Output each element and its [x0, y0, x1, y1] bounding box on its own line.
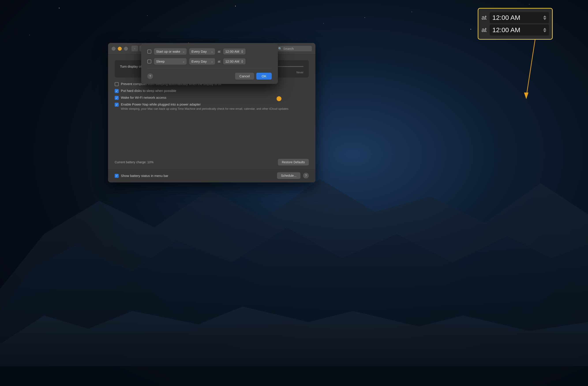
search-icon: 🔍 [278, 47, 282, 50]
dialog-row-1: Start up or wake Sleep Restart Shut Down… [147, 48, 272, 55]
callout-row-2: at 12:00 AM [482, 24, 549, 36]
startup-time-spinner[interactable] [241, 50, 243, 53]
put-hard-disk-checkbox[interactable]: ✓ [115, 89, 119, 93]
check-icon: ✓ [116, 90, 118, 93]
show-battery-row: ✓ Show battery status in menu bar [115, 174, 168, 178]
sleep-action-dropdown-wrap: Sleep Start up or wake Restart Shut Down [154, 58, 187, 65]
traffic-lights [112, 47, 128, 51]
power-nap-subtext: While sleeping, your Mac can back up usi… [121, 107, 288, 111]
sleep-time-down[interactable] [241, 62, 243, 63]
check-icon-3: ✓ [116, 103, 118, 106]
sleep-time-field[interactable]: 12:00 AM [223, 58, 246, 64]
show-battery-checkbox[interactable]: ✓ [115, 174, 119, 178]
callout-box: at 12:00 AM at 12:00 AM [478, 8, 553, 40]
search-input[interactable] [283, 47, 310, 50]
window-footer: ✓ Show battery status in menu bar Schedu… [108, 169, 315, 182]
search-box[interactable]: 🔍 [276, 46, 312, 51]
annotation-dot [276, 96, 281, 101]
battery-charge-text: Current battery charge: 10% [115, 160, 153, 164]
back-button[interactable]: ‹ [131, 46, 138, 51]
callout-at-1: at [482, 14, 486, 21]
power-nap-label: Enable Power Nap while plugged into a po… [121, 102, 288, 106]
check-icon-2: ✓ [116, 96, 118, 99]
sleep-action-dropdown[interactable]: Sleep Start up or wake Restart Shut Down [154, 58, 187, 65]
dialog-buttons: ? Cancel OK [147, 73, 272, 79]
dialog-help-button[interactable]: ? [147, 73, 153, 79]
startup-time-field[interactable]: 12:00 AM [223, 48, 246, 54]
sleep-day-dropdown-wrap: Every Day Weekdays Weekends Monday Tuesd… [189, 58, 215, 65]
callout-time-1[interactable]: 12:00 AM [490, 12, 549, 23]
close-button[interactable] [112, 47, 116, 51]
dialog-row-2: Sleep Start up or wake Restart Shut Down… [147, 58, 272, 65]
dialog-divider [147, 68, 272, 68]
startup-day-dropdown[interactable]: Every Day Weekdays Weekends Monday Tuesd… [189, 48, 215, 55]
bottom-bar: Current battery charge: 10% Restore Defa… [108, 156, 315, 169]
footer-right: Schedule... ? [277, 172, 309, 179]
schedule-button[interactable]: Schedule... [277, 172, 300, 179]
startup-time-down[interactable] [241, 52, 243, 53]
sleep-at-label: at [218, 59, 221, 63]
time-spinner-1[interactable] [543, 15, 546, 20]
startup-day-dropdown-wrap: Every Day Weekdays Weekends Monday Tuesd… [189, 48, 215, 55]
wake-wifi-checkbox[interactable]: ✓ [115, 96, 119, 100]
put-hard-disk-row: ✓ Put hard disks to sleep when possible [115, 89, 309, 93]
startup-time-up[interactable] [241, 50, 243, 51]
sleep-time-spinner[interactable] [241, 60, 243, 63]
show-battery-label: Show battery status in menu bar [121, 174, 168, 178]
ok-button[interactable]: OK [256, 73, 272, 79]
minimize-button[interactable] [118, 47, 122, 51]
power-nap-text-group: Enable Power Nap while plugged into a po… [121, 102, 288, 111]
schedule-dialog: Start up or wake Sleep Restart Shut Down… [141, 43, 278, 84]
startup-wake-checkbox[interactable] [147, 50, 151, 54]
startup-action-dropdown-wrap: Start up or wake Sleep Restart Shut Down [154, 48, 187, 55]
cancel-button[interactable]: Cancel [235, 73, 254, 79]
sleep-time-up[interactable] [241, 60, 243, 61]
help-button[interactable]: ? [303, 173, 309, 178]
callout-row-1: at 12:00 AM [482, 12, 549, 23]
restore-defaults-button[interactable]: Restore Defaults [278, 159, 309, 165]
sleep-time-value: 12:00 AM [225, 59, 239, 63]
callout-time-2[interactable]: 12:00 AM [490, 24, 549, 36]
prevent-sleep-checkbox[interactable] [115, 82, 119, 86]
sleep-checkbox[interactable] [147, 59, 151, 63]
maximize-button[interactable] [124, 47, 128, 51]
wake-wifi-label: Wake for Wi-Fi network access [121, 96, 166, 99]
sleep-day-dropdown[interactable]: Every Day Weekdays Weekends Monday Tuesd… [189, 58, 215, 65]
startup-action-dropdown[interactable]: Start up or wake Sleep Restart Shut Down [154, 48, 187, 55]
power-nap-checkbox[interactable]: ✓ [115, 103, 119, 107]
power-nap-row: ✓ Enable Power Nap while plugged into a … [115, 102, 309, 111]
startup-time-value: 12:00 AM [225, 50, 239, 53]
startup-at-label: at [218, 50, 221, 53]
time-spinner-2[interactable] [543, 28, 546, 32]
callout-at-2: at [482, 26, 486, 34]
check-icon-4: ✓ [116, 174, 118, 177]
put-hard-disk-label: Put hard disks to sleep when possible [121, 89, 176, 93]
